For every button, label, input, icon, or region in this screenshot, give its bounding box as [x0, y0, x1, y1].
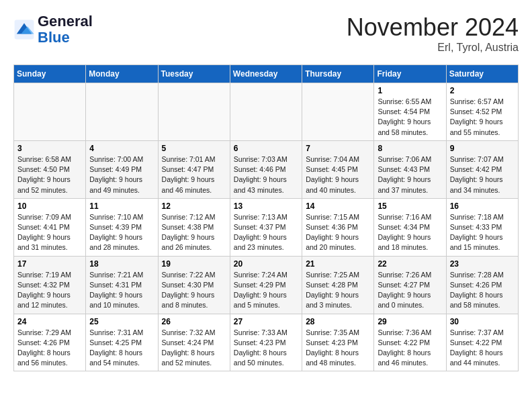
calendar-week-1: 1Sunrise: 6:55 AM Sunset: 4:54 PM Daylig… [14, 83, 519, 141]
calendar-cell [14, 83, 86, 141]
day-info: Sunrise: 6:57 AM Sunset: 4:52 PM Dayligh… [450, 97, 515, 138]
day-number: 22 [378, 259, 442, 269]
calendar-table: SundayMondayTuesdayWednesdayThursdayFrid… [13, 64, 519, 371]
calendar-cell: 21Sunrise: 7:25 AM Sunset: 4:28 PM Dayli… [302, 256, 374, 314]
day-info: Sunrise: 7:26 AM Sunset: 4:27 PM Dayligh… [378, 270, 442, 311]
title-area: November 2024 Erl, Tyrol, Austria [347, 13, 519, 54]
calendar-cell [86, 83, 158, 141]
calendar-cell: 11Sunrise: 7:10 AM Sunset: 4:39 PM Dayli… [86, 198, 158, 256]
day-number: 29 [378, 317, 442, 326]
logo: General Blue [13, 13, 93, 46]
day-info: Sunrise: 7:15 AM Sunset: 4:36 PM Dayligh… [306, 212, 370, 253]
day-info: Sunrise: 7:13 AM Sunset: 4:37 PM Dayligh… [234, 212, 298, 253]
calendar-cell: 17Sunrise: 7:19 AM Sunset: 4:32 PM Dayli… [14, 256, 86, 314]
day-info: Sunrise: 7:35 AM Sunset: 4:23 PM Dayligh… [306, 328, 370, 369]
weekday-header-row: SundayMondayTuesdayWednesdayThursdayFrid… [14, 65, 519, 83]
logo-icon [13, 19, 35, 40]
day-info: Sunrise: 6:58 AM Sunset: 4:50 PM Dayligh… [17, 154, 82, 195]
calendar-cell: 26Sunrise: 7:32 AM Sunset: 4:24 PM Dayli… [158, 314, 230, 371]
calendar-cell: 27Sunrise: 7:33 AM Sunset: 4:23 PM Dayli… [230, 314, 302, 371]
day-number: 23 [450, 259, 515, 269]
page-header: General Blue November 2024 Erl, Tyrol, A… [13, 13, 519, 54]
day-number: 17 [17, 259, 82, 269]
day-number: 6 [234, 144, 298, 153]
calendar-cell: 4Sunrise: 7:00 AM Sunset: 4:49 PM Daylig… [86, 140, 158, 198]
calendar-week-5: 24Sunrise: 7:29 AM Sunset: 4:26 PM Dayli… [14, 314, 519, 371]
day-number: 15 [378, 201, 442, 211]
calendar-cell: 23Sunrise: 7:28 AM Sunset: 4:26 PM Dayli… [446, 256, 518, 314]
day-info: Sunrise: 7:07 AM Sunset: 4:42 PM Dayligh… [450, 154, 515, 195]
day-number: 9 [450, 144, 515, 153]
calendar-cell: 10Sunrise: 7:09 AM Sunset: 4:41 PM Dayli… [14, 198, 86, 256]
calendar-cell: 13Sunrise: 7:13 AM Sunset: 4:37 PM Dayli… [230, 198, 302, 256]
logo-general: General [38, 13, 93, 30]
day-number: 12 [162, 201, 226, 211]
day-info: Sunrise: 7:37 AM Sunset: 4:22 PM Dayligh… [450, 328, 515, 369]
day-number: 16 [450, 201, 515, 211]
calendar-cell: 30Sunrise: 7:37 AM Sunset: 4:22 PM Dayli… [446, 314, 518, 371]
calendar-cell: 5Sunrise: 7:01 AM Sunset: 4:47 PM Daylig… [158, 140, 230, 198]
day-number: 11 [89, 201, 154, 211]
calendar-cell: 15Sunrise: 7:16 AM Sunset: 4:34 PM Dayli… [374, 198, 446, 256]
day-number: 21 [306, 259, 370, 269]
day-number: 24 [17, 317, 82, 326]
calendar-cell [230, 83, 302, 141]
day-info: Sunrise: 7:29 AM Sunset: 4:26 PM Dayligh… [17, 328, 82, 369]
calendar-cell: 18Sunrise: 7:21 AM Sunset: 4:31 PM Dayli… [86, 256, 158, 314]
calendar-cell: 8Sunrise: 7:06 AM Sunset: 4:43 PM Daylig… [374, 140, 446, 198]
day-info: Sunrise: 7:04 AM Sunset: 4:45 PM Dayligh… [306, 154, 370, 195]
day-info: Sunrise: 7:18 AM Sunset: 4:33 PM Dayligh… [450, 212, 515, 253]
calendar-cell: 22Sunrise: 7:26 AM Sunset: 4:27 PM Dayli… [374, 256, 446, 314]
weekday-header-monday: Monday [86, 65, 158, 83]
calendar-cell: 9Sunrise: 7:07 AM Sunset: 4:42 PM Daylig… [446, 140, 518, 198]
calendar-cell: 25Sunrise: 7:31 AM Sunset: 4:25 PM Dayli… [86, 314, 158, 371]
day-info: Sunrise: 7:12 AM Sunset: 4:38 PM Dayligh… [162, 212, 226, 253]
calendar-week-4: 17Sunrise: 7:19 AM Sunset: 4:32 PM Dayli… [14, 256, 519, 314]
weekday-header-friday: Friday [374, 65, 446, 83]
day-number: 20 [234, 259, 298, 269]
weekday-header-tuesday: Tuesday [158, 65, 230, 83]
day-number: 27 [234, 317, 298, 326]
day-number: 8 [378, 144, 442, 153]
calendar-cell: 7Sunrise: 7:04 AM Sunset: 4:45 PM Daylig… [302, 140, 374, 198]
day-number: 3 [17, 144, 82, 153]
day-info: Sunrise: 7:01 AM Sunset: 4:47 PM Dayligh… [162, 154, 226, 195]
day-number: 28 [306, 317, 370, 326]
day-number: 19 [162, 259, 226, 269]
calendar-cell: 6Sunrise: 7:03 AM Sunset: 4:46 PM Daylig… [230, 140, 302, 198]
calendar-cell: 2Sunrise: 6:57 AM Sunset: 4:52 PM Daylig… [446, 83, 518, 141]
weekday-header-saturday: Saturday [446, 65, 518, 83]
day-info: Sunrise: 6:55 AM Sunset: 4:54 PM Dayligh… [378, 97, 442, 138]
day-info: Sunrise: 7:16 AM Sunset: 4:34 PM Dayligh… [378, 212, 442, 253]
calendar-cell: 16Sunrise: 7:18 AM Sunset: 4:33 PM Dayli… [446, 198, 518, 256]
calendar-cell: 19Sunrise: 7:22 AM Sunset: 4:30 PM Dayli… [158, 256, 230, 314]
day-info: Sunrise: 7:24 AM Sunset: 4:29 PM Dayligh… [234, 270, 298, 311]
day-info: Sunrise: 7:33 AM Sunset: 4:23 PM Dayligh… [234, 328, 298, 369]
day-number: 26 [162, 317, 226, 326]
day-number: 18 [89, 259, 154, 269]
weekday-header-sunday: Sunday [14, 65, 86, 83]
weekday-header-wednesday: Wednesday [230, 65, 302, 83]
logo-blue: Blue [38, 30, 93, 46]
weekday-header-thursday: Thursday [302, 65, 374, 83]
day-info: Sunrise: 7:28 AM Sunset: 4:26 PM Dayligh… [450, 270, 515, 311]
day-info: Sunrise: 7:32 AM Sunset: 4:24 PM Dayligh… [162, 328, 226, 369]
day-number: 14 [306, 201, 370, 211]
day-number: 13 [234, 201, 298, 211]
calendar-cell: 29Sunrise: 7:36 AM Sunset: 4:22 PM Dayli… [374, 314, 446, 371]
day-number: 25 [89, 317, 154, 326]
calendar-cell: 24Sunrise: 7:29 AM Sunset: 4:26 PM Dayli… [14, 314, 86, 371]
location-title: Erl, Tyrol, Austria [347, 42, 519, 54]
day-info: Sunrise: 7:19 AM Sunset: 4:32 PM Dayligh… [17, 270, 82, 311]
day-info: Sunrise: 7:10 AM Sunset: 4:39 PM Dayligh… [89, 212, 154, 253]
day-info: Sunrise: 7:22 AM Sunset: 4:30 PM Dayligh… [162, 270, 226, 311]
day-number: 4 [89, 144, 154, 153]
calendar-cell: 28Sunrise: 7:35 AM Sunset: 4:23 PM Dayli… [302, 314, 374, 371]
calendar-cell: 12Sunrise: 7:12 AM Sunset: 4:38 PM Dayli… [158, 198, 230, 256]
day-number: 30 [450, 317, 515, 326]
day-info: Sunrise: 7:03 AM Sunset: 4:46 PM Dayligh… [234, 154, 298, 195]
calendar-cell: 14Sunrise: 7:15 AM Sunset: 4:36 PM Dayli… [302, 198, 374, 256]
day-info: Sunrise: 7:06 AM Sunset: 4:43 PM Dayligh… [378, 154, 442, 195]
day-info: Sunrise: 7:21 AM Sunset: 4:31 PM Dayligh… [89, 270, 154, 311]
calendar-cell [158, 83, 230, 141]
